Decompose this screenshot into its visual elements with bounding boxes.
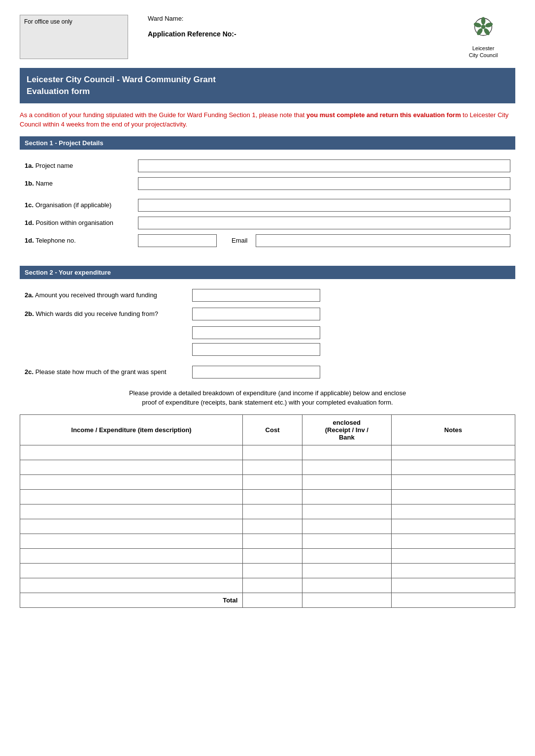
field-row-1d-tel: 1d. Telephone no. Email [20,234,515,247]
office-use-label: For office use only [24,18,72,25]
input-email[interactable] [256,234,510,247]
table-row [20,474,515,489]
email-label: Email [232,237,248,244]
label-1c: 1c. Organisation (if applicable) [25,201,138,209]
expenditure-note-line2: proof of expenditure (receipts, bank sta… [142,399,393,406]
svg-point-1 [481,17,486,25]
expenditure-note-line1: Please provide a detailed breakdown of e… [129,389,406,397]
input-2a[interactable] [192,289,320,302]
total-enclosed-cell [302,593,391,607]
field-row-2b: 2b. Which wards did you receive funding … [20,308,515,320]
input-2b-3[interactable] [192,343,320,356]
table-row [20,460,515,474]
field-row-2a: 2a. Amount you received through ward fun… [20,289,515,302]
expenditure-note: Please provide a detailed breakdown of e… [20,388,515,408]
section2-header: Section 2 - Your expenditure [20,266,515,279]
col-header-description: Income / Expenditure (item description) [20,414,243,445]
expenditure-table: Income / Expenditure (item description) … [20,414,515,608]
section2-fields: 2a. Amount you received through ward fun… [20,285,515,608]
council-logo-icon [466,17,501,44]
logo-area: Leicester City Council [451,15,515,59]
field-row-1c: 1c. Organisation (if applicable) [20,199,515,212]
input-organisation[interactable] [138,199,510,212]
table-row [20,563,515,578]
label-1d-tel: 1d. Telephone no. [25,237,138,244]
svg-point-6 [481,25,486,29]
label-1b: 1b. Name [25,180,138,187]
intro-text: As a condition of your funding stipulate… [20,110,515,129]
input-name[interactable] [138,177,510,190]
input-2b-1[interactable] [192,308,320,320]
logo-text: Leicester City Council [469,45,498,59]
total-cost-cell [243,593,302,607]
table-header-row: Income / Expenditure (item description) … [20,414,515,445]
section2-extra-inputs [187,326,515,356]
table-row [20,534,515,548]
input-2c[interactable] [192,366,320,378]
title-line2: Evaluation form [27,87,90,96]
intro-text-bold: you must complete and return this evalua… [306,111,461,119]
label-2a: 2a. Amount you received through ward fun… [25,291,192,299]
col-header-notes: Notes [391,414,515,445]
office-use-box: For office use only [20,15,128,59]
table-row [20,445,515,460]
header-middle: Ward Name: Application Reference No:- [128,15,451,38]
field-row-1b: 1b. Name [20,177,515,190]
title-line1: Leicester City Council - Ward Community … [27,75,216,84]
input-project-name[interactable] [138,159,510,172]
intro-text-normal1: As a condition of your funding stipulate… [20,111,306,119]
total-notes-cell [391,593,515,607]
field-row-1d-pos: 1d. Position within organisation [20,217,515,229]
page-header: For office use only Ward Name: Applicati… [20,15,515,59]
table-total-row: Total [20,593,515,607]
table-row [20,578,515,593]
input-2b-2[interactable] [192,326,320,339]
section1-header: Section 1 - Project Details [20,136,515,150]
field-row-1a: 1a. Project name [20,159,515,172]
label-2b: 2b. Which wards did you receive funding … [25,310,192,317]
form-title-banner: Leicester City Council - Ward Community … [20,68,515,103]
label-1d-pos: 1d. Position within organisation [25,219,138,226]
input-position[interactable] [138,217,510,229]
table-row [20,489,515,504]
total-label: Total [20,593,243,607]
field-row-2c: 2c. Please state how much of the grant w… [20,366,515,378]
ward-name-label: Ward Name: [148,15,451,22]
table-row [20,519,515,534]
table-row [20,548,515,563]
section1-fields: 1a. Project name 1b. Name 1c. Organisati… [20,156,515,256]
col-header-enclosed: enclosed(Receipt / Inv /Bank [302,414,391,445]
label-2c: 2c. Please state how much of the grant w… [25,368,192,376]
label-1a: 1a. Project name [25,162,138,169]
table-row [20,504,515,519]
col-header-cost: Cost [243,414,302,445]
input-telephone[interactable] [138,234,217,247]
app-ref-label: Application Reference No:- [148,30,451,38]
